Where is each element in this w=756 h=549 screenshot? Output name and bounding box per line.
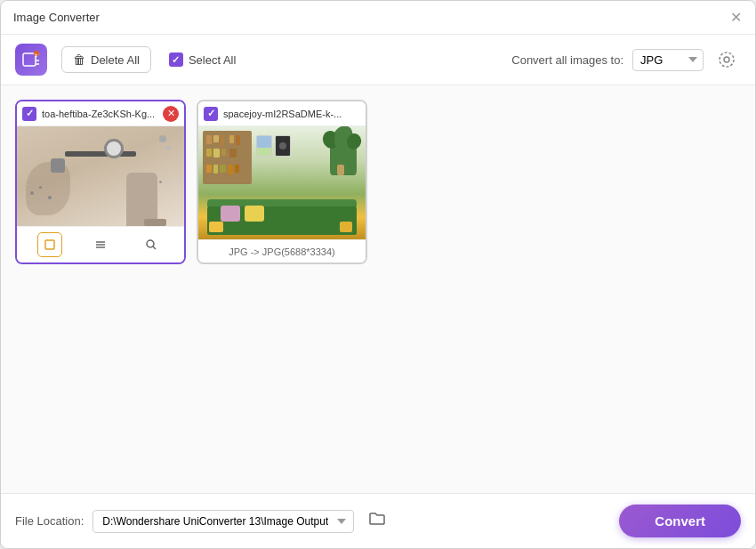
image-card-2: spacejoy-mI2RSaDME-k-... — [197, 100, 367, 264]
svg-point-12 — [147, 240, 154, 247]
delete-all-button[interactable]: 🗑 Delete All — [61, 46, 151, 73]
card-1-remove-button[interactable]: ✕ — [163, 106, 179, 122]
delete-icon: 🗑 — [73, 52, 85, 67]
app-logo: + — [15, 44, 47, 76]
bottom-bar: File Location: D:\Wondershare UniConvert… — [1, 493, 755, 548]
svg-point-7 — [720, 52, 734, 67]
select-all-checkbox — [169, 52, 183, 67]
card-2-checkbox[interactable] — [204, 107, 218, 121]
svg-text:+: + — [35, 52, 37, 57]
title-bar: Image Converter ✕ — [1, 1, 755, 35]
card-1-list-button[interactable] — [88, 232, 113, 257]
open-folder-button[interactable] — [363, 509, 391, 533]
card-1-crop-button[interactable] — [37, 232, 62, 257]
card-1-header: toa-heftiba-Ze3cKSh-Kg... ✕ — [17, 101, 184, 126]
card-1-image — [17, 126, 184, 226]
card-1-checkbox[interactable] — [22, 107, 36, 121]
svg-rect-8 — [45, 240, 54, 249]
image-card-1: toa-heftiba-Ze3cKSh-Kg... ✕ — [15, 100, 186, 264]
convert-button[interactable]: Convert — [619, 505, 741, 537]
settings-button[interactable] — [712, 45, 741, 74]
svg-point-6 — [724, 57, 729, 62]
close-button[interactable]: ✕ — [728, 11, 743, 25]
card-2-info: JPG -> JPG(5688*3334) — [229, 246, 335, 257]
window-title: Image Converter — [13, 11, 100, 24]
card-1-zoom-button[interactable] — [139, 232, 164, 257]
card-1-actions — [17, 226, 184, 262]
file-location-label: File Location: — [15, 514, 84, 528]
toolbar: + 🗑 Delete All Select All Convert all im… — [1, 35, 755, 85]
convert-all-label: Convert all images to: — [511, 53, 623, 67]
card-2-footer: JPG -> JPG(5688*3334) — [198, 239, 366, 262]
svg-line-13 — [153, 246, 156, 249]
card-2-filename: spacejoy-mI2RSaDME-k-... — [223, 109, 360, 119]
select-all-button[interactable]: Select All — [165, 47, 239, 72]
card-1-filename: toa-heftiba-Ze3cKSh-Kg... — [42, 109, 157, 119]
file-path-select[interactable]: D:\Wondershare UniConverter 13\Image Out… — [92, 510, 354, 533]
svg-rect-0 — [23, 53, 36, 66]
toolbar-right: Convert all images to: JPG PNG BMP WEBP … — [511, 45, 741, 74]
content-area: toa-heftiba-Ze3cKSh-Kg... ✕ — [1, 85, 755, 493]
card-2-header: spacejoy-mI2RSaDME-k-... — [198, 101, 366, 126]
format-select[interactable]: JPG PNG BMP WEBP GIF TIFF — [632, 49, 704, 71]
card-2-image — [198, 126, 366, 239]
main-window: Image Converter ✕ + 🗑 Delete All Select … — [0, 0, 756, 549]
